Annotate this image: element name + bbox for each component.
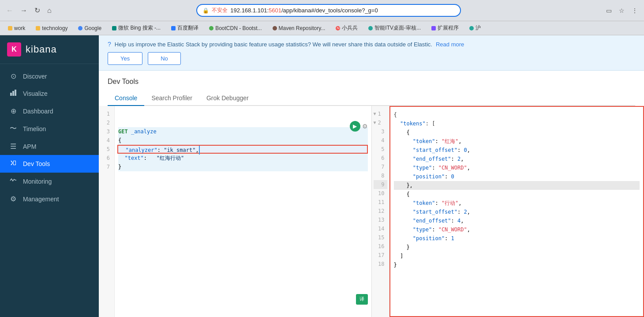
no-button[interactable]: No: [148, 52, 181, 65]
output-line: {: [394, 190, 640, 199]
bookmark-baidu[interactable]: 百度翻译: [168, 23, 201, 33]
kibana-logo-text: kibana: [26, 44, 57, 55]
nav-buttons: ← → ↻ ⌂: [4, 4, 54, 16]
sidebar-logo: K kibana: [0, 35, 99, 64]
code-editor[interactable]: GET _analyze { "analyzer": "ik_smart", "…: [115, 106, 371, 317]
svg-rect-1: [12, 91, 14, 96]
line-number: 16: [374, 242, 387, 251]
url-text: 192.168.1.101:5601/app/kibana#/dev_tools…: [230, 7, 455, 14]
main-content: ? Help us improve the Elastic Stack by p…: [99, 35, 644, 317]
browser-chrome: ← → ↻ ⌂ 🔒 不安全 192.168.1.101:5601/app/kib…: [0, 0, 644, 21]
bookmark-google[interactable]: Google: [75, 24, 104, 32]
sidebar-item-timelion[interactable]: 〜 Timelion: [0, 120, 99, 138]
code-line: [118, 109, 368, 118]
devtools-header: Dev Tools Console Search Profiler Grok D…: [99, 71, 644, 106]
tab-search-profiler[interactable]: Search Profiler: [144, 91, 199, 106]
output-line: ]: [394, 252, 640, 260]
line-number: 4: [374, 136, 387, 145]
sidebar-item-discover[interactable]: ⊙ Discover: [0, 68, 99, 85]
bookmark-icon: [171, 26, 176, 30]
output-line: }: [394, 243, 640, 252]
output-line: "position": 1: [394, 234, 640, 243]
line-number: 3: [101, 127, 112, 136]
yes-button[interactable]: Yes: [108, 52, 142, 65]
output-panel: ▼1 ▼2 3 4 5 6 7 8 9 10 11 12 13 14: [372, 106, 644, 317]
visualize-icon: [9, 89, 18, 98]
bookmark-bing[interactable]: 微软 Bing 搜索 -...: [109, 23, 163, 33]
cast-button[interactable]: ▭: [603, 5, 614, 16]
menu-button[interactable]: ⋮: [629, 5, 640, 16]
bookmark-extensions[interactable]: 扩展程序: [429, 23, 461, 33]
run-controls: ▶ ⚙: [350, 121, 368, 132]
bookmark-bootcdn[interactable]: BootCDN - Bootst...: [206, 24, 264, 32]
sidebar-item-apm[interactable]: ☰ APM: [0, 138, 99, 155]
timelion-icon: 〜: [9, 124, 18, 133]
run-button[interactable]: ▶: [350, 121, 360, 132]
sidebar-item-management[interactable]: ⚙ Management: [0, 190, 99, 208]
bookmark-icon: [78, 26, 82, 30]
bookmark-xiaobingbing[interactable]: N 小兵兵: [333, 23, 360, 33]
bookmark-icon: [112, 26, 116, 30]
line-number: ▼1: [374, 109, 387, 118]
sidebar-item-devtools[interactable]: Dev Tools: [0, 155, 99, 173]
lock-icon: 🔒: [202, 8, 209, 14]
output-line: },: [394, 181, 640, 190]
bookmark-smartitv[interactable]: 智能ITV桌面-审核...: [366, 23, 423, 33]
line-number: 14: [374, 224, 387, 233]
line-number: 6: [374, 154, 387, 162]
bookmark-technology[interactable]: technology: [33, 24, 70, 32]
sidebar-item-monitoring[interactable]: Monitoring: [0, 173, 99, 190]
json-value: "ik_smart": [164, 147, 195, 153]
output-code: { "tokens": [ { "token": "红海", "start_of…: [389, 106, 644, 317]
url-port: 5601: [269, 7, 281, 14]
sidebar-item-dashboard[interactable]: ⊕ Dashboard: [0, 102, 99, 120]
info-banner: ? Help us improve the Elastic Stack by p…: [99, 35, 644, 71]
forward-button[interactable]: →: [18, 5, 30, 16]
line-number: 3: [374, 127, 387, 136]
output-wrapper: ▼1 ▼2 3 4 5 6 7 8 9 10 11 12 13 14: [372, 106, 644, 317]
read-more-link[interactable]: Read more: [436, 41, 464, 48]
tab-grok-debugger[interactable]: Grok Debugger: [199, 91, 256, 106]
reload-button[interactable]: ↻: [32, 4, 43, 16]
keyword-get: GET: [118, 128, 128, 135]
back-button[interactable]: ←: [4, 5, 16, 16]
sidebar-item-label: Dev Tools: [23, 160, 50, 167]
home-button[interactable]: ⌂: [45, 5, 54, 16]
bookmark-maven[interactable]: Maven Repository...: [270, 24, 328, 32]
line-number: 1: [101, 109, 112, 118]
bookmark-label: Maven Repository...: [279, 25, 326, 31]
json-key: "token": [413, 138, 435, 144]
bookmark-work[interactable]: work: [5, 24, 28, 32]
json-key: "text": [124, 155, 143, 161]
bookmark-hu[interactable]: 沪: [467, 23, 483, 33]
bookmark-icon: [368, 26, 373, 30]
address-bar[interactable]: 🔒 不安全 192.168.1.101:5601/app/kibana#/dev…: [196, 4, 461, 17]
settings-button[interactable]: ⚙: [362, 121, 368, 132]
bookmark-button[interactable]: ☆: [616, 5, 627, 16]
translate-badge[interactable]: 译: [356, 294, 368, 305]
json-value: 1: [451, 235, 454, 242]
json-key: "position": [413, 174, 445, 180]
output-line: "start_offset": 0,: [394, 146, 640, 155]
sidebar-item-visualize[interactable]: Visualize: [0, 85, 99, 102]
tab-bar: Console Search Profiler Grok Debugger: [108, 91, 635, 106]
bookmark-icon: [209, 26, 213, 30]
editor-line-numbers: 1 2 3 4 5 6 7: [99, 106, 115, 317]
bookmark-icon: [431, 26, 436, 30]
page-title: Dev Tools: [108, 78, 635, 86]
json-value: 0: [451, 174, 454, 180]
kibana-logo-icon: K: [7, 42, 21, 57]
line-number: 8: [374, 171, 387, 180]
json-value: 4: [457, 218, 461, 224]
line-number: 4: [101, 136, 112, 145]
sidebar-item-label: APM: [23, 143, 36, 150]
tab-console[interactable]: Console: [108, 91, 144, 106]
output-line: "start_offset": 2,: [394, 208, 640, 216]
json-key: "analyzer": [125, 147, 157, 153]
output-line: {: [394, 128, 640, 137]
output-line: "token": "红海",: [394, 137, 640, 146]
banner-buttons: Yes No: [108, 52, 635, 65]
output-line: "token": "行动",: [394, 199, 640, 208]
line-number: 5: [101, 145, 112, 154]
app-container: K kibana ⊙ Discover Visualize ⊕ Dashboar…: [0, 35, 644, 317]
